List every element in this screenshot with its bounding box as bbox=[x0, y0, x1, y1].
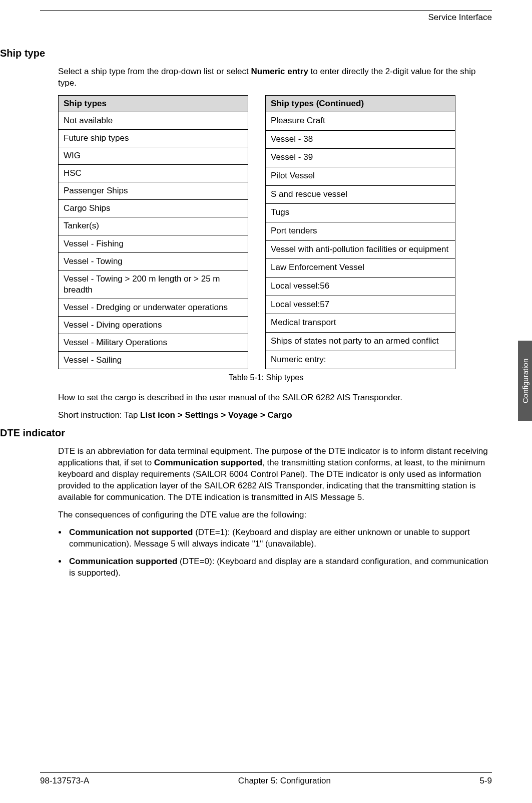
footer-doc-number: 98-137573-A bbox=[40, 776, 89, 786]
table-row: Local vessel:57 bbox=[266, 296, 455, 314]
dte-paragraph-1: DTE is an abbreviation for data terminal… bbox=[58, 446, 492, 503]
table-row: Vessel - Dredging or underwater operatio… bbox=[59, 299, 248, 316]
table-row: Tanker(s) bbox=[59, 217, 248, 235]
table-cell: Tugs bbox=[266, 204, 455, 222]
table-caption: Table 5-1: Ship types bbox=[40, 373, 492, 382]
footer-page-number: 5-9 bbox=[479, 776, 492, 786]
ship-types-table-left: Ship types Not available Future ship typ… bbox=[58, 95, 248, 369]
table-cell: HSC bbox=[59, 165, 248, 182]
table-cell: Port tenders bbox=[266, 222, 455, 240]
text: Short instruction: Tap bbox=[58, 410, 140, 420]
text-bold: Communication supported bbox=[69, 557, 177, 566]
table-cell: Medical transport bbox=[266, 314, 455, 333]
table-row: Vessel with anti-pollution facilities or… bbox=[266, 240, 455, 259]
table-row: Numeric entry: bbox=[266, 351, 455, 369]
side-tab-configuration: Configuration bbox=[518, 341, 532, 421]
table-cell: Pleasure Craft bbox=[266, 112, 455, 130]
table-row: Port tenders bbox=[266, 222, 455, 240]
text: Select a ship type from the drop-down li… bbox=[58, 67, 251, 76]
table-cell: Vessel - Dredging or underwater operatio… bbox=[59, 299, 248, 316]
table-cell: Vessel with anti-pollution facilities or… bbox=[266, 240, 455, 259]
table-row: Vessel - Military Operations bbox=[59, 334, 248, 352]
table-row: Medical transport bbox=[266, 314, 455, 333]
table-row: Vessel - 39 bbox=[266, 149, 455, 167]
table-cell: Vessel - Diving operations bbox=[59, 317, 248, 334]
table-cell: Local vessel:57 bbox=[266, 296, 455, 314]
text-bold: Communication not supported bbox=[69, 527, 193, 537]
ship-type-intro: Select a ship type from the drop-down li… bbox=[58, 66, 492, 89]
table-row: Vessel - Sailing bbox=[59, 352, 248, 369]
table-row: Vessel - Diving operations bbox=[59, 317, 248, 334]
table-cell: Passenger Ships bbox=[59, 182, 248, 200]
table-cell: Vessel - Fishing bbox=[59, 235, 248, 252]
ship-types-table-right: Ship types (Continued) Pleasure Craft Ve… bbox=[265, 95, 455, 369]
table-row: Ships of states not party to an armed co… bbox=[266, 332, 455, 351]
table-cell: Vessel - 38 bbox=[266, 130, 455, 149]
page-footer: 98-137573-A Chapter 5: Configuration 5-9 bbox=[40, 772, 492, 786]
table-cell: Local vessel:56 bbox=[266, 277, 455, 296]
table-row: Vessel - Fishing bbox=[59, 235, 248, 252]
table-cell: Future ship types bbox=[59, 129, 248, 147]
table-cell: Numeric entry: bbox=[266, 351, 455, 369]
dte-bullet-list: Communication not supported (DTE=1): (Ke… bbox=[67, 527, 492, 579]
table-cell: Law Enforcement Vessel bbox=[266, 259, 455, 278]
ship-types-tables: Ship types Not available Future ship typ… bbox=[58, 95, 492, 369]
footer-chapter: Chapter 5: Configuration bbox=[238, 776, 331, 786]
after-table-text: How to set the cargo is described in the… bbox=[58, 392, 492, 404]
text-bold: Communication supported bbox=[154, 458, 262, 467]
list-item: Communication supported (DTE=0): (Keyboa… bbox=[67, 556, 492, 579]
table-row: Local vessel:56 bbox=[266, 277, 455, 296]
table-cell: Pilot Vessel bbox=[266, 167, 455, 185]
table-row: Not available bbox=[59, 112, 248, 129]
table-row: Future ship types bbox=[59, 129, 248, 147]
table-row: Cargo Ships bbox=[59, 200, 248, 217]
table-cell: S and rescue vessel bbox=[266, 185, 455, 204]
text-bold: List icon > Settings > Voyage > Cargo bbox=[140, 410, 292, 420]
table-cell: WIG bbox=[59, 147, 248, 165]
table-row: HSC bbox=[59, 165, 248, 182]
table-cell: Tanker(s) bbox=[59, 217, 248, 235]
short-instruction: Short instruction: Tap List icon > Setti… bbox=[58, 410, 492, 421]
table-row: Law Enforcement Vessel bbox=[266, 259, 455, 278]
table-row: S and rescue vessel bbox=[266, 185, 455, 204]
table-cell: Vessel - Military Operations bbox=[59, 334, 248, 352]
table-row: Vessel - Towing > 200 m length or > 25 m… bbox=[59, 270, 248, 299]
table-header: Ship types (Continued) bbox=[266, 95, 455, 112]
table-header: Ship types bbox=[59, 95, 248, 112]
heading-ship-type: Ship type bbox=[0, 48, 492, 59]
table-row: Vessel - 38 bbox=[266, 130, 455, 149]
list-item: Communication not supported (DTE=1): (Ke… bbox=[67, 527, 492, 550]
dte-paragraph-2: The consequences of configuring the DTE … bbox=[58, 509, 492, 521]
text-bold: Numeric entry bbox=[251, 67, 308, 76]
table-cell: Vessel - Towing bbox=[59, 252, 248, 270]
table-cell: Vessel - Sailing bbox=[59, 352, 248, 369]
table-cell: Ships of states not party to an armed co… bbox=[266, 332, 455, 351]
table-row: Pilot Vessel bbox=[266, 167, 455, 185]
table-row: Passenger Ships bbox=[59, 182, 248, 200]
table-cell: Vessel - Towing > 200 m length or > 25 m… bbox=[59, 270, 248, 299]
table-row: Tugs bbox=[266, 204, 455, 222]
table-row: Vessel - Towing bbox=[59, 252, 248, 270]
header-section-title: Service Interface bbox=[40, 13, 492, 23]
heading-dte-indicator: DTE indicator bbox=[0, 427, 492, 439]
table-cell: Cargo Ships bbox=[59, 200, 248, 217]
table-row: Pleasure Craft bbox=[266, 112, 455, 130]
table-row: WIG bbox=[59, 147, 248, 165]
table-cell: Vessel - 39 bbox=[266, 149, 455, 167]
table-cell: Not available bbox=[59, 112, 248, 129]
